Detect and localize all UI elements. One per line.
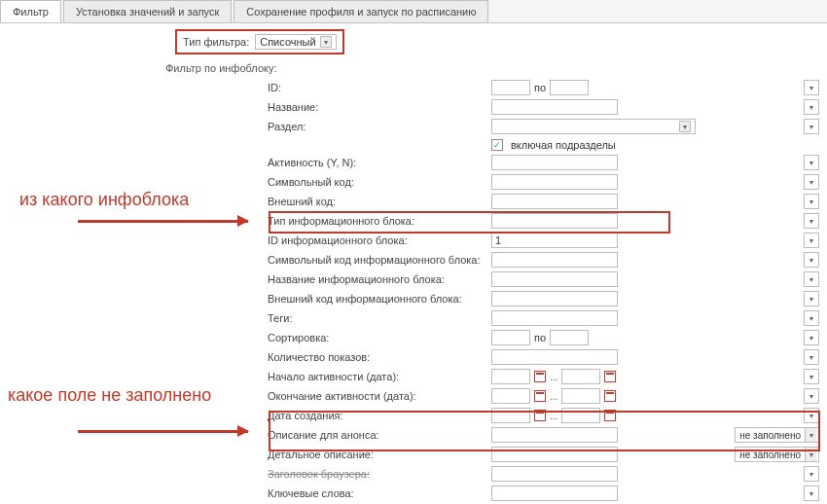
calendar-icon[interactable] <box>604 410 616 421</box>
sort-extra-select[interactable]: ▾ <box>804 330 819 345</box>
date-sep: ... <box>550 372 557 382</box>
chevron-down-icon: ▾ <box>805 428 816 442</box>
label-ibname: Название информационного блока: <box>268 273 491 285</box>
ibid-input[interactable] <box>491 233 618 248</box>
label-ibtype: Тип информационного блока: <box>268 215 491 227</box>
label-ibext: Внешний код информационного блока: <box>268 293 491 305</box>
id-to-input[interactable] <box>550 80 589 95</box>
preview-input[interactable] <box>491 427 618 443</box>
ibtype-extra-select[interactable]: ▾ <box>804 213 819 229</box>
sort-from-input[interactable] <box>491 330 530 345</box>
annotation-arrow-2 <box>78 430 248 433</box>
label-sort: Сортировка: <box>268 332 491 343</box>
filter-type-label: Тип фильтра: <box>183 36 249 48</box>
label-extcode: Внешний код: <box>268 196 491 207</box>
active-from-2[interactable] <box>561 369 600 384</box>
iblock-filter-label: Фильтр по инфоблоку: <box>165 62 277 74</box>
chevron-down-icon: ▾ <box>679 121 691 132</box>
subsections-label: включая подразделы <box>511 139 616 151</box>
label-active-from: Начало активности (дата): <box>268 371 491 382</box>
detail-opt-value: не заполнено <box>739 450 801 460</box>
created-2[interactable] <box>561 408 600 423</box>
ibname-input[interactable] <box>491 271 618 287</box>
preview-opt-value: не заполнено <box>739 430 801 441</box>
tab-set-values[interactable]: Установка значений и запуск <box>63 0 232 22</box>
active-input[interactable] <box>491 155 618 170</box>
browsertitle-extra-select[interactable]: ▾ <box>804 466 819 482</box>
ibname-extra-select[interactable]: ▾ <box>804 271 819 287</box>
label-name: Название: <box>268 101 491 113</box>
label-keywords: Ключевые слова: <box>268 487 491 499</box>
calendar-icon[interactable] <box>604 371 616 382</box>
calendar-icon[interactable] <box>604 390 616 402</box>
annotation-text-1: из какого инфоблока <box>19 190 189 210</box>
calendar-icon[interactable] <box>534 390 546 402</box>
active-to-1[interactable] <box>491 388 530 404</box>
code-extra-select[interactable]: ▾ <box>804 174 819 190</box>
annotation-arrow-1 <box>78 220 248 223</box>
ibcode-input[interactable] <box>491 252 618 268</box>
tags-input[interactable] <box>491 310 618 326</box>
annotation-text-2: какое поле не заполнено <box>8 385 211 406</box>
shows-extra-select[interactable]: ▾ <box>804 349 819 365</box>
label-active-to: Окончание активности (дата): <box>268 390 491 402</box>
label-ibid: ID информационного блока: <box>268 234 491 246</box>
tags-extra-select[interactable]: ▾ <box>804 310 819 326</box>
chevron-down-icon: ▾ <box>320 36 332 48</box>
label-preview: Описание для анонса: <box>268 429 491 441</box>
shows-input[interactable] <box>491 349 618 365</box>
ibid-extra-select[interactable]: ▾ <box>804 233 819 248</box>
tab-filter[interactable]: Фильтр <box>0 0 61 22</box>
filter-type-value: Списочный <box>260 36 315 48</box>
filter-type-select[interactable]: Списочный ▾ <box>255 34 336 50</box>
sort-to-input[interactable] <box>550 330 589 345</box>
keywords-input[interactable] <box>491 486 618 501</box>
section-extra-select[interactable]: ▾ <box>804 119 819 134</box>
label-browser-title: Заголовок браузера: <box>268 468 491 480</box>
tabs-bar: Фильтр Установка значений и запуск Сохра… <box>0 0 827 23</box>
filter-type-highlight: Тип фильтра: Списочный ▾ <box>175 29 344 54</box>
extcode-input[interactable] <box>491 194 618 209</box>
keywords-extra-select[interactable]: ▾ <box>804 486 819 501</box>
activefrom-extra-select[interactable]: ▾ <box>804 369 819 384</box>
id-between: по <box>534 82 546 93</box>
chevron-down-icon: ▾ <box>805 448 816 461</box>
created-extra-select[interactable]: ▾ <box>804 408 819 423</box>
preview-opt-select[interactable]: не заполнено ▾ <box>735 427 819 443</box>
code-input[interactable] <box>491 174 618 190</box>
id-extra-select[interactable]: ▾ <box>804 80 819 95</box>
id-from-input[interactable] <box>491 80 530 95</box>
label-created: Дата создания: <box>268 410 491 421</box>
date-sep: ... <box>550 391 557 402</box>
section-select[interactable]: ▾ <box>491 119 696 134</box>
active-from-1[interactable] <box>491 369 530 384</box>
ibext-extra-select[interactable]: ▾ <box>804 291 819 306</box>
name-input[interactable] <box>491 99 618 115</box>
ibcode-extra-select[interactable]: ▾ <box>804 252 819 268</box>
calendar-icon[interactable] <box>534 371 546 382</box>
browser-title-input[interactable] <box>491 466 618 482</box>
subsections-checkbox[interactable]: ✓ <box>491 139 503 151</box>
label-code: Символьный код: <box>268 176 491 188</box>
label-detail: Детальное описание: <box>268 449 491 460</box>
sort-between: по <box>534 332 546 343</box>
label-active: Активность (Y, N): <box>268 157 491 168</box>
label-id: ID: <box>268 82 491 93</box>
calendar-icon[interactable] <box>534 410 546 421</box>
detail-input[interactable] <box>491 447 618 462</box>
detail-opt-select[interactable]: не заполнено ▾ <box>735 447 819 462</box>
tab-schedule[interactable]: Сохранение профиля и запуск по расписани… <box>234 0 488 22</box>
label-ibcode: Символьный код информационного блока: <box>268 254 491 266</box>
label-tags: Теги: <box>268 312 491 324</box>
name-extra-select[interactable]: ▾ <box>804 99 819 115</box>
active-extra-select[interactable]: ▾ <box>804 155 819 170</box>
active-to-2[interactable] <box>561 388 600 404</box>
ibext-input[interactable] <box>491 291 618 306</box>
label-shows: Количество показов: <box>268 351 491 363</box>
ibtype-input[interactable] <box>491 213 618 229</box>
extcode-extra-select[interactable]: ▾ <box>804 194 819 209</box>
created-1[interactable] <box>491 408 530 423</box>
label-section: Раздел: <box>268 121 491 132</box>
activeto-extra-select[interactable]: ▾ <box>804 388 819 404</box>
date-sep: ... <box>550 411 557 421</box>
